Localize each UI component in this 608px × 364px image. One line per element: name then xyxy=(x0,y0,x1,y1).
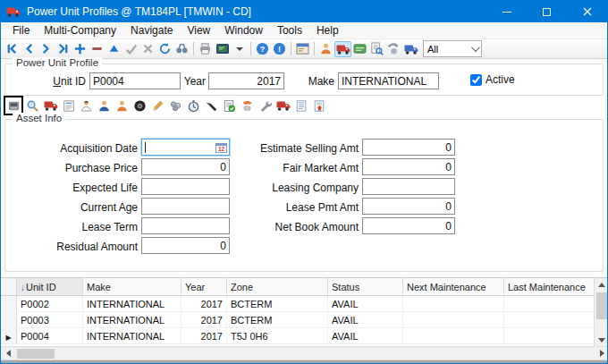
cell-unit-id[interactable]: P0003 xyxy=(17,312,83,327)
grid-header-make[interactable]: Make xyxy=(83,278,182,295)
forms-window-icon[interactable] xyxy=(294,41,311,57)
purchase-price-input[interactable] xyxy=(141,158,230,175)
cell-year[interactable]: 2017 xyxy=(182,328,227,343)
post-edit-icon[interactable] xyxy=(106,41,122,57)
cell-next-maintenance[interactable] xyxy=(403,312,504,327)
refresh-icon[interactable] xyxy=(156,41,173,57)
print-icon[interactable] xyxy=(197,41,214,57)
truck-red-2-icon[interactable] xyxy=(274,97,291,114)
minimize-button[interactable] xyxy=(486,1,527,22)
cell-zone[interactable]: T5J 0H6 xyxy=(227,328,328,343)
officer-person-icon[interactable] xyxy=(96,97,113,114)
grid-header-unit-id[interactable]: ↓Unit ID xyxy=(17,278,83,295)
cell-year[interactable]: 2017 xyxy=(182,312,227,327)
vertical-scrollbar[interactable] xyxy=(594,278,608,347)
document-search-icon[interactable] xyxy=(368,41,385,57)
cell-last-maintenance[interactable] xyxy=(504,312,594,327)
scroll-up-button[interactable] xyxy=(595,278,608,292)
about-icon[interactable]: ! xyxy=(271,41,288,57)
menu-tools[interactable]: Tools xyxy=(270,22,309,38)
horizontal-scroll-thumb[interactable] xyxy=(17,349,55,359)
search-magnifier-icon[interactable] xyxy=(24,97,41,114)
acquisition-date-field[interactable]: 12 xyxy=(141,139,230,157)
calendar-button[interactable]: 12 xyxy=(215,141,228,155)
cell-year[interactable]: 2017 xyxy=(182,296,227,311)
phone-orange-icon[interactable] xyxy=(239,97,256,114)
previous-record-icon[interactable] xyxy=(21,41,38,57)
leasing-company-input[interactable] xyxy=(362,178,455,195)
cell-next-maintenance[interactable] xyxy=(403,296,504,311)
menu-help[interactable]: Help xyxy=(309,22,346,38)
driver-person-icon[interactable] xyxy=(78,97,95,114)
cell-status[interactable]: AVAIL xyxy=(328,312,403,327)
scroll-down-button[interactable] xyxy=(595,334,608,347)
cell-last-maintenance[interactable] xyxy=(504,296,594,311)
notes-document-icon[interactable] xyxy=(60,97,77,114)
menu-window[interactable]: Window xyxy=(217,22,270,38)
truck-red-icon[interactable] xyxy=(42,97,59,114)
contact-person-icon[interactable] xyxy=(114,97,131,114)
residual-amount-input[interactable] xyxy=(141,237,230,254)
menu-view[interactable]: View xyxy=(180,22,217,38)
menu-navigate[interactable]: Navigate xyxy=(123,22,180,38)
grid-header-last-maintenance[interactable]: Last Maintenance xyxy=(504,278,594,295)
list-document-icon[interactable] xyxy=(292,97,309,114)
add-record-icon[interactable] xyxy=(72,41,89,57)
help-icon[interactable]: ? xyxy=(254,41,271,57)
filter-dropdown[interactable]: All xyxy=(423,40,482,57)
active-checkbox[interactable] xyxy=(470,74,482,86)
customer-person-icon[interactable] xyxy=(317,41,334,57)
close-button[interactable] xyxy=(567,1,607,22)
search-binoculars-icon[interactable] xyxy=(173,41,190,57)
power-unit-truck-icon[interactable] xyxy=(334,41,351,57)
table-row[interactable]: P0003 INTERNATIONAL 2017 BCTERM AVAIL xyxy=(1,312,594,328)
expected-life-input[interactable] xyxy=(141,178,230,195)
cell-make[interactable]: INTERNATIONAL xyxy=(83,296,182,311)
links-cluster-icon[interactable] xyxy=(167,97,184,114)
horizontal-scrollbar[interactable] xyxy=(1,346,608,360)
accept-edit-icon[interactable] xyxy=(122,41,139,57)
delete-record-icon[interactable] xyxy=(89,41,106,57)
cell-zone[interactable]: BCTERM xyxy=(227,296,328,311)
console-dropdown-icon[interactable] xyxy=(231,41,248,57)
cell-zone[interactable]: BCTERM xyxy=(227,312,328,327)
document-ribbon-icon[interactable] xyxy=(310,97,327,114)
document-check-icon[interactable] xyxy=(221,97,238,114)
first-record-icon[interactable] xyxy=(4,41,21,57)
cell-status[interactable]: AVAIL xyxy=(328,296,403,311)
cancel-edit-icon[interactable] xyxy=(139,41,156,57)
cell-last-maintenance[interactable] xyxy=(504,328,594,343)
console-monitor-icon[interactable] xyxy=(214,41,231,57)
lease-term-input[interactable] xyxy=(141,217,230,234)
rate-card-icon[interactable] xyxy=(351,41,368,57)
cell-make[interactable]: INTERNATIONAL xyxy=(83,328,182,343)
estimate-selling-amt-input[interactable] xyxy=(362,139,455,156)
cell-unit-id[interactable]: P0004 xyxy=(17,328,83,343)
scroll-right-button[interactable] xyxy=(595,347,608,360)
grid-header-zone[interactable]: Zone xyxy=(227,278,328,295)
current-age-input[interactable] xyxy=(141,198,230,215)
cell-unit-id[interactable]: P0002 xyxy=(17,296,83,311)
timer-stopwatch-icon[interactable] xyxy=(185,97,202,114)
tire-icon[interactable] xyxy=(131,97,148,114)
grid-header-status[interactable]: Status xyxy=(328,278,403,295)
scroll-left-button[interactable] xyxy=(1,347,15,360)
menu-file[interactable]: File xyxy=(5,22,37,38)
table-row-selected[interactable]: ▶ P0004 INTERNATIONAL 2017 T5J 0H6 AVAIL xyxy=(1,328,594,344)
last-record-icon[interactable] xyxy=(55,41,72,57)
make-input[interactable] xyxy=(338,72,439,89)
table-row[interactable]: P0002 INTERNATIONAL 2017 BCTERM AVAIL xyxy=(1,296,594,312)
fair-market-amt-input[interactable] xyxy=(362,158,455,175)
net-book-amount-input[interactable] xyxy=(362,217,455,234)
phone-dial-icon[interactable] xyxy=(385,41,402,57)
cell-next-maintenance[interactable] xyxy=(403,328,504,343)
lease-pmt-amt-input[interactable] xyxy=(362,198,455,215)
flashlight-icon[interactable] xyxy=(203,97,220,114)
grid-header-year[interactable]: Year xyxy=(182,278,227,295)
maximize-button[interactable] xyxy=(527,1,567,22)
grid-header-next-maintenance[interactable]: Next Maintenance xyxy=(403,278,504,295)
wrench-icon[interactable] xyxy=(257,97,274,114)
menu-multi-company[interactable]: Multi-Company xyxy=(37,22,123,38)
cell-make[interactable]: INTERNATIONAL xyxy=(83,312,182,327)
pencil-icon[interactable] xyxy=(149,97,166,114)
